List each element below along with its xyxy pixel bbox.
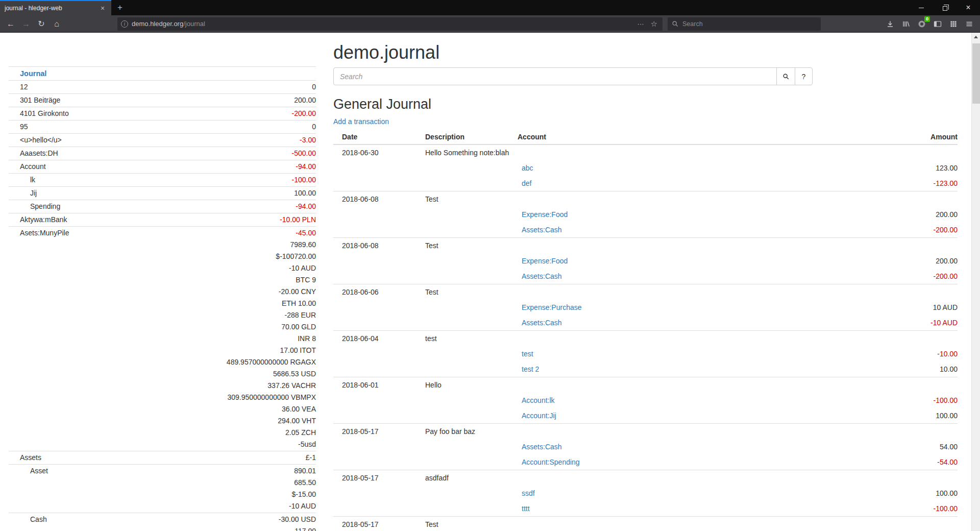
posting-account-link[interactable]: def	[522, 179, 531, 187]
account-balance: 100.00	[294, 187, 316, 199]
balance-amount: 337.26 VACHR	[227, 380, 316, 392]
posting-account-link[interactable]: Expense:Purchase	[522, 303, 582, 311]
sidebar-account-link[interactable]: Spending	[9, 201, 60, 212]
scrollbar-up-arrow[interactable]	[972, 33, 980, 41]
account-balance: £-1	[306, 452, 316, 464]
page-actions-icon[interactable]: ···	[636, 20, 646, 28]
sidebar-account-row: lk-100.00	[9, 173, 316, 186]
transaction-title-row[interactable]: 2018-06-04test	[333, 331, 958, 347]
sidebar-account-link[interactable]: 95	[9, 121, 28, 133]
sidebar-journal-link[interactable]: Journal	[20, 69, 46, 78]
transaction-title-row[interactable]: 2018-06-30Hello Something note:blah	[333, 144, 958, 160]
transaction-title-row[interactable]: 2018-05-17Pay foo bar baz	[333, 424, 958, 440]
up-triangle-icon	[974, 36, 978, 38]
browser-tab-journal[interactable]: journal - hledger-web ×	[0, 0, 111, 15]
browser-window: journal - hledger-web × + × ← → ↻ ⌂ i de…	[0, 0, 980, 33]
posting-account-link[interactable]: Assets:Cash	[522, 272, 562, 280]
posting-account-link[interactable]: Assets:Cash	[522, 319, 562, 327]
balance-amount: 489.957000000000 RGAGX	[227, 356, 316, 368]
sidebar-account-row: Jij100.00	[9, 186, 316, 200]
posting-account-link[interactable]: Account:lk	[522, 396, 555, 404]
balance-amount: 7989.60	[227, 239, 316, 251]
sidebar-account-link[interactable]: 4101 Girokonto	[9, 108, 69, 119]
sidebar-account-row: Account-94.00	[9, 160, 316, 173]
sidebar-account-link[interactable]: 301 Beiträge	[9, 94, 60, 106]
transaction-title-row[interactable]: 2018-06-08Test	[333, 238, 958, 254]
sidebar-account-link[interactable]: Cash	[9, 514, 47, 525]
add-transaction-link[interactable]: Add a transaction	[333, 117, 389, 126]
sidebar-account-link[interactable]: Aktywa:mBank	[9, 214, 67, 226]
transaction-title-row[interactable]: 2018-06-08Test	[333, 191, 958, 207]
window-minimize-button[interactable]	[910, 0, 933, 15]
main-content: demo.journal ? General Journal Add a tra…	[333, 33, 958, 531]
balance-amount: 309.950000000000 VBMPX	[227, 392, 316, 403]
sidebar-account-link[interactable]: Aaasets:DH	[9, 148, 58, 159]
transaction-title-row[interactable]: 2018-06-01Hello	[333, 377, 958, 393]
balance-amount: -94.00	[296, 161, 316, 173]
posting-account-link[interactable]: abc	[522, 164, 533, 172]
journal-search-input[interactable]	[333, 67, 777, 85]
sidebars-button[interactable]	[930, 16, 945, 32]
tab-title: journal - hledger-web	[5, 5, 95, 12]
library-button[interactable]	[898, 16, 914, 32]
sidebar-account-link[interactable]: Jij	[9, 187, 37, 199]
browser-search-placeholder: Search	[682, 20, 703, 28]
transaction-title-row[interactable]: 2018-05-17Test	[333, 517, 958, 531]
transaction-title-row[interactable]: 2018-06-06Test	[333, 284, 958, 300]
account-balance: 0	[312, 121, 316, 133]
posting-account-link[interactable]: Account:Jij	[522, 412, 556, 420]
posting-account-link[interactable]: Account:Spending	[522, 458, 580, 466]
balance-amount: -30.00 USD	[279, 514, 316, 525]
home-button[interactable]: ⌂	[49, 16, 64, 32]
apps-grid-button[interactable]	[946, 16, 961, 32]
sidebar-account-link[interactable]: lk	[9, 174, 35, 186]
tab-close-icon[interactable]: ×	[99, 4, 107, 12]
sidebar-account-row: 4101 Girokonto-200.00	[9, 107, 316, 120]
posting-amount: -200.00	[804, 222, 958, 238]
posting-row: Account:Jij100.00	[333, 408, 958, 424]
grid-icon	[949, 20, 958, 28]
account-balance: -45.007989.60$-100720.00-10 AUDBTC 9-20.…	[227, 227, 316, 450]
sidebar-account-link[interactable]: Account	[9, 161, 46, 173]
search-help-button[interactable]: ?	[795, 67, 813, 85]
posting-account-link[interactable]: Expense:Food	[522, 257, 568, 265]
sidebar-account-row: Cash-30.00 USD-117.00	[9, 513, 316, 531]
page-scrollbar[interactable]	[971, 33, 980, 531]
browser-search-bar[interactable]: Search	[668, 17, 821, 31]
posting-account-link[interactable]: test 2	[522, 365, 539, 373]
site-info-icon[interactable]: i	[121, 20, 128, 28]
column-header-date: Date	[333, 130, 421, 144]
window-close-button[interactable]: ×	[957, 0, 980, 15]
posting-amount: 123.00	[804, 160, 958, 176]
transaction-date: 2018-06-08	[333, 191, 421, 207]
sidebar-account-link[interactable]: Asets:MunyPile	[9, 227, 69, 239]
posting-account-link[interactable]: Assets:Cash	[522, 443, 562, 451]
posting-account-link[interactable]: tttt	[522, 504, 530, 513]
reload-button[interactable]: ↻	[34, 16, 49, 32]
extension-button[interactable]: 0	[914, 16, 929, 32]
sidebar-account-link[interactable]: Asset	[9, 465, 48, 477]
posting-account-link[interactable]: Assets:Cash	[522, 226, 562, 234]
window-restore-button[interactable]	[933, 0, 957, 15]
sidebar-account-link[interactable]: 12	[9, 81, 28, 93]
forward-button[interactable]: →	[18, 16, 34, 32]
posting-account-link[interactable]: test	[522, 350, 533, 358]
balance-amount: £-1	[306, 452, 316, 464]
address-bar[interactable]: i demo.hledger.org/journal ··· ☆	[117, 17, 663, 31]
menu-button[interactable]	[962, 16, 977, 32]
posting-account-link[interactable]: Expense:Food	[522, 210, 568, 219]
back-button[interactable]: ←	[3, 16, 18, 32]
new-tab-button[interactable]: +	[111, 0, 129, 15]
posting-account-link[interactable]: ssdf	[522, 489, 535, 497]
sidebar-account-link[interactable]: Assets	[9, 452, 41, 464]
journal-search-form: ?	[333, 67, 958, 85]
transaction-title-row[interactable]: 2018-05-17asdfadf	[333, 470, 958, 486]
download-button[interactable]	[883, 16, 898, 32]
column-header-account: Account	[513, 130, 804, 144]
url-text: demo.hledger.org/journal	[132, 20, 632, 28]
sidebar-account-link[interactable]: <u>hello</u>	[9, 134, 62, 146]
journal-search-button[interactable]	[776, 67, 795, 85]
bookmark-star-icon[interactable]: ☆	[649, 19, 659, 29]
transaction-description: Test	[421, 284, 513, 300]
scrollbar-thumb[interactable]	[972, 43, 980, 104]
